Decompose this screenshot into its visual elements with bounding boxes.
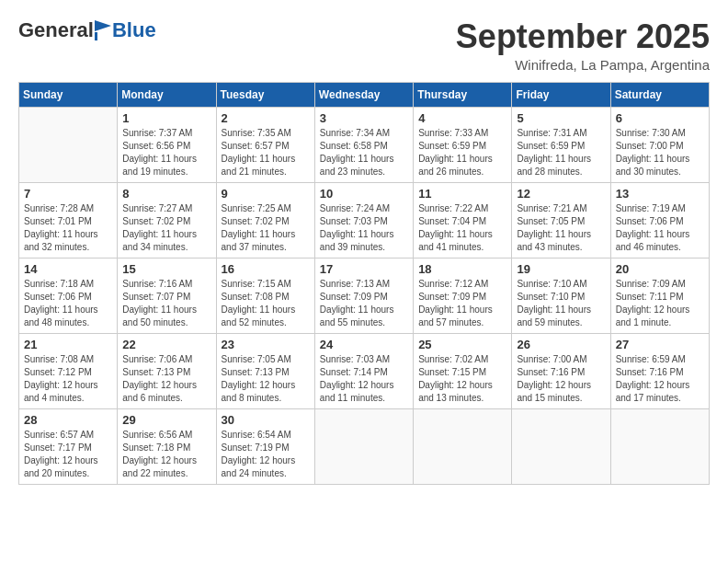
day-number: 4 [418, 111, 506, 125]
calendar-day-cell: 19Sunrise: 7:10 AM Sunset: 7:10 PM Dayli… [512, 258, 610, 333]
calendar-week-row: 7Sunrise: 7:28 AM Sunset: 7:01 PM Daylig… [19, 182, 710, 258]
day-info: Sunrise: 6:59 AM Sunset: 7:16 PM Dayligh… [616, 353, 704, 405]
day-number: 21 [24, 338, 112, 351]
day-info: Sunrise: 7:27 AM Sunset: 7:02 PM Dayligh… [122, 202, 210, 254]
day-number: 10 [320, 187, 408, 201]
logo-blue-text: Blue [112, 18, 156, 42]
calendar-day-cell: 13Sunrise: 7:19 AM Sunset: 7:06 PM Dayli… [610, 182, 709, 258]
day-info: Sunrise: 7:28 AM Sunset: 7:01 PM Dayligh… [24, 202, 112, 254]
day-number: 24 [320, 338, 408, 351]
day-number: 2 [222, 111, 310, 125]
day-number: 13 [616, 187, 704, 201]
calendar-day-cell: 28Sunrise: 6:57 AM Sunset: 7:17 PM Dayli… [19, 408, 118, 484]
weekday-header-wednesday: Wednesday [314, 82, 413, 107]
day-info: Sunrise: 7:18 AM Sunset: 7:06 PM Dayligh… [24, 278, 112, 329]
calendar-week-row: 1Sunrise: 7:37 AM Sunset: 6:56 PM Daylig… [19, 107, 710, 182]
day-info: Sunrise: 7:33 AM Sunset: 6:59 PM Dayligh… [418, 127, 506, 178]
calendar-day-cell [19, 107, 118, 182]
day-number: 27 [616, 338, 704, 351]
month-title: September 2025 [456, 18, 710, 55]
day-info: Sunrise: 6:54 AM Sunset: 7:19 PM Dayligh… [222, 429, 310, 480]
calendar-day-cell [610, 408, 709, 484]
day-info: Sunrise: 7:16 AM Sunset: 7:07 PM Dayligh… [122, 278, 210, 329]
day-number: 18 [418, 262, 506, 276]
day-info: Sunrise: 7:19 AM Sunset: 7:06 PM Dayligh… [616, 202, 704, 254]
day-info: Sunrise: 7:10 AM Sunset: 7:10 PM Dayligh… [517, 278, 605, 329]
calendar-day-cell: 26Sunrise: 7:00 AM Sunset: 7:16 PM Dayli… [512, 333, 610, 408]
calendar-day-cell: 6Sunrise: 7:30 AM Sunset: 7:00 PM Daylig… [610, 107, 709, 182]
calendar-day-cell: 25Sunrise: 7:02 AM Sunset: 7:15 PM Dayli… [414, 333, 512, 408]
calendar-day-cell: 11Sunrise: 7:22 AM Sunset: 7:04 PM Dayli… [414, 182, 512, 258]
day-info: Sunrise: 7:30 AM Sunset: 7:00 PM Dayligh… [616, 127, 704, 178]
day-number: 8 [122, 187, 210, 201]
calendar-day-cell: 30Sunrise: 6:54 AM Sunset: 7:19 PM Dayli… [216, 408, 314, 484]
day-info: Sunrise: 7:15 AM Sunset: 7:08 PM Dayligh… [222, 278, 310, 329]
weekday-header-sunday: Sunday [19, 82, 118, 107]
day-info: Sunrise: 6:56 AM Sunset: 7:18 PM Dayligh… [122, 429, 210, 480]
day-number: 19 [517, 262, 605, 276]
day-info: Sunrise: 7:31 AM Sunset: 6:59 PM Dayligh… [517, 127, 605, 178]
logo-general-text: General [18, 18, 94, 42]
calendar-day-cell: 22Sunrise: 7:06 AM Sunset: 7:13 PM Dayli… [118, 333, 216, 408]
calendar-day-cell: 8Sunrise: 7:27 AM Sunset: 7:02 PM Daylig… [118, 182, 216, 258]
calendar-day-cell: 12Sunrise: 7:21 AM Sunset: 7:05 PM Dayli… [512, 182, 610, 258]
weekday-header-friday: Friday [512, 82, 610, 107]
day-number: 16 [222, 262, 310, 276]
calendar-day-cell [414, 408, 512, 484]
weekday-header-thursday: Thursday [414, 82, 512, 107]
day-number: 30 [222, 413, 310, 427]
day-info: Sunrise: 7:05 AM Sunset: 7:13 PM Dayligh… [222, 353, 310, 405]
day-info: Sunrise: 7:25 AM Sunset: 7:02 PM Dayligh… [222, 202, 310, 254]
calendar-day-cell: 2Sunrise: 7:35 AM Sunset: 6:57 PM Daylig… [216, 107, 314, 182]
day-info: Sunrise: 7:35 AM Sunset: 6:57 PM Dayligh… [222, 127, 310, 178]
day-info: Sunrise: 7:34 AM Sunset: 6:58 PM Dayligh… [320, 127, 408, 178]
calendar-day-cell: 3Sunrise: 7:34 AM Sunset: 6:58 PM Daylig… [314, 107, 413, 182]
calendar-day-cell: 15Sunrise: 7:16 AM Sunset: 7:07 PM Dayli… [118, 258, 216, 333]
day-number: 28 [24, 413, 112, 427]
title-block: September 2025 Winifreda, La Pampa, Arge… [456, 18, 710, 73]
day-info: Sunrise: 7:22 AM Sunset: 7:04 PM Dayligh… [418, 202, 506, 254]
day-info: Sunrise: 7:13 AM Sunset: 7:09 PM Dayligh… [320, 278, 408, 329]
day-number: 7 [24, 187, 112, 201]
calendar-table: SundayMondayTuesdayWednesdayThursdayFrid… [18, 82, 710, 485]
day-number: 23 [222, 338, 310, 351]
day-number: 29 [122, 413, 210, 427]
weekday-header-tuesday: Tuesday [216, 82, 314, 107]
day-number: 26 [517, 338, 605, 351]
calendar-week-row: 14Sunrise: 7:18 AM Sunset: 7:06 PM Dayli… [19, 258, 710, 333]
weekday-header-monday: Monday [118, 82, 216, 107]
day-number: 6 [616, 111, 704, 125]
calendar-day-cell: 4Sunrise: 7:33 AM Sunset: 6:59 PM Daylig… [414, 107, 512, 182]
calendar-day-cell: 23Sunrise: 7:05 AM Sunset: 7:13 PM Dayli… [216, 333, 314, 408]
calendar-day-cell [512, 408, 610, 484]
day-info: Sunrise: 7:24 AM Sunset: 7:03 PM Dayligh… [320, 202, 408, 254]
calendar-day-cell: 16Sunrise: 7:15 AM Sunset: 7:08 PM Dayli… [216, 258, 314, 333]
day-info: Sunrise: 7:03 AM Sunset: 7:14 PM Dayligh… [320, 353, 408, 405]
calendar-day-cell: 24Sunrise: 7:03 AM Sunset: 7:14 PM Dayli… [314, 333, 413, 408]
day-info: Sunrise: 7:37 AM Sunset: 6:56 PM Dayligh… [122, 127, 210, 178]
calendar-day-cell: 1Sunrise: 7:37 AM Sunset: 6:56 PM Daylig… [118, 107, 216, 182]
day-number: 15 [122, 262, 210, 276]
svg-marker-0 [95, 20, 111, 31]
calendar-day-cell: 17Sunrise: 7:13 AM Sunset: 7:09 PM Dayli… [314, 258, 413, 333]
page-header: General Blue September 2025 Winifreda, L… [18, 18, 710, 73]
day-number: 1 [122, 111, 210, 125]
day-info: Sunrise: 6:57 AM Sunset: 7:17 PM Dayligh… [24, 429, 112, 480]
calendar-day-cell: 7Sunrise: 7:28 AM Sunset: 7:01 PM Daylig… [19, 182, 118, 258]
calendar-week-row: 28Sunrise: 6:57 AM Sunset: 7:17 PM Dayli… [19, 408, 710, 484]
day-number: 5 [517, 111, 605, 125]
calendar-day-cell: 5Sunrise: 7:31 AM Sunset: 6:59 PM Daylig… [512, 107, 610, 182]
svg-rect-1 [95, 32, 97, 40]
location-title: Winifreda, La Pampa, Argentina [456, 57, 710, 73]
day-number: 14 [24, 262, 112, 276]
calendar-day-cell: 29Sunrise: 6:56 AM Sunset: 7:18 PM Dayli… [118, 408, 216, 484]
day-number: 12 [517, 187, 605, 201]
calendar-day-cell: 20Sunrise: 7:09 AM Sunset: 7:11 PM Dayli… [610, 258, 709, 333]
calendar-day-cell: 9Sunrise: 7:25 AM Sunset: 7:02 PM Daylig… [216, 182, 314, 258]
day-info: Sunrise: 7:06 AM Sunset: 7:13 PM Dayligh… [122, 353, 210, 405]
day-info: Sunrise: 7:21 AM Sunset: 7:05 PM Dayligh… [517, 202, 605, 254]
day-info: Sunrise: 7:02 AM Sunset: 7:15 PM Dayligh… [418, 353, 506, 405]
day-number: 3 [320, 111, 408, 125]
day-info: Sunrise: 7:09 AM Sunset: 7:11 PM Dayligh… [616, 278, 704, 329]
logo-flag-icon [95, 20, 111, 40]
